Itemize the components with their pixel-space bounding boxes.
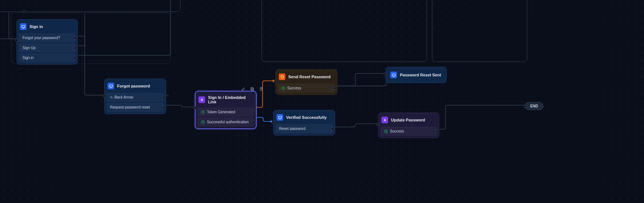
svg-rect-6 <box>251 88 254 90</box>
node-send-reset-password[interactable]: Send Reset Password Success <box>275 69 337 95</box>
end-node[interactable]: END <box>525 102 543 110</box>
bolt-icon <box>198 96 205 103</box>
svg-rect-8 <box>392 74 395 76</box>
frame-2 <box>261 0 427 62</box>
port-in[interactable] <box>272 121 275 124</box>
node-header: Sign in <box>19 22 75 32</box>
port-in[interactable] <box>15 39 18 42</box>
end-label: END <box>530 104 538 108</box>
port-out[interactable] <box>74 56 77 59</box>
node-title: Forgot password <box>117 84 150 88</box>
row-label: Request password reset <box>110 105 150 109</box>
row-successful-auth[interactable]: Successful authentication <box>198 118 254 126</box>
row-label: Sign Up <box>22 46 36 50</box>
edit-icon[interactable] <box>241 86 246 92</box>
node-title: Update Password <box>391 118 425 122</box>
screen-icon <box>20 23 27 30</box>
row-sign-up[interactable]: Sign Up <box>19 44 75 52</box>
row-forgot-password[interactable]: Forgot your password? <box>19 34 75 42</box>
screen-icon <box>277 114 283 121</box>
port-in[interactable] <box>377 123 380 125</box>
check-icon <box>201 120 205 124</box>
node-forgot-password[interactable]: Forgot password <- Back Arrow Request pa… <box>104 79 166 114</box>
node-title: Send Reset Password <box>288 75 331 79</box>
check-icon <box>281 86 285 90</box>
trash-icon[interactable] <box>258 86 264 92</box>
node-password-reset-sent[interactable]: Password Reset Sent <box>386 67 447 83</box>
row-label: Token Generated <box>207 110 235 114</box>
row-label: Success <box>287 86 301 90</box>
node-sign-in-embedded-link[interactable]: Sign In / Embedded Link Token Generated … <box>195 91 256 129</box>
cycle-icon <box>279 73 285 80</box>
check-icon <box>384 130 388 133</box>
port-out[interactable] <box>252 111 255 114</box>
bolt-icon <box>381 117 388 123</box>
svg-rect-4 <box>109 85 112 87</box>
row-success[interactable]: Success <box>381 127 437 135</box>
node-header: Sign In / Embedded Link <box>198 94 254 106</box>
row-sign-in[interactable]: Sign in <box>19 54 75 62</box>
port-out[interactable] <box>74 47 77 49</box>
row-label: Sign in <box>22 56 34 60</box>
node-title: Sign In / Embedded Link <box>208 95 251 104</box>
node-header: Forgot password <box>107 81 163 92</box>
node-header: Update Password <box>381 115 437 125</box>
node-header: Password Reset Sent <box>388 69 444 80</box>
port-in[interactable] <box>384 72 387 75</box>
node-header: Verified Successfully <box>276 113 332 123</box>
row-label: Forgot your password? <box>22 36 60 40</box>
svg-rect-2 <box>22 25 25 28</box>
node-title: Verified Successfully <box>286 115 327 120</box>
check-icon <box>201 110 205 114</box>
origin-port <box>23 10 26 13</box>
frame-1 <box>0 0 180 12</box>
row-request-reset[interactable]: Request password reset <box>107 103 163 111</box>
svg-rect-7 <box>251 87 253 90</box>
row-token-generated[interactable]: Token Generated <box>198 108 254 116</box>
row-label: Success <box>390 129 404 133</box>
port-out[interactable] <box>74 37 77 39</box>
port-out[interactable] <box>162 106 165 109</box>
frame-3 <box>432 0 527 62</box>
row-success[interactable]: Success <box>278 84 335 92</box>
port-in[interactable] <box>194 106 197 109</box>
screen-icon <box>390 72 397 78</box>
node-verified-successfully[interactable]: Verified Successfully Reset password <box>273 110 335 135</box>
node-title: Sign in <box>29 24 43 29</box>
port-out[interactable] <box>252 121 255 124</box>
node-update-password[interactable]: Update Password Success <box>378 113 439 138</box>
port-out[interactable] <box>333 87 336 90</box>
port-in[interactable] <box>103 94 106 97</box>
port-out[interactable] <box>435 130 438 133</box>
row-label: <- Back Arrow <box>110 95 133 99</box>
port-out[interactable] <box>162 96 165 99</box>
svg-rect-10 <box>278 116 281 118</box>
port-in[interactable] <box>523 105 526 108</box>
flow-canvas[interactable]: Sign in Forgot your password? Sign Up Si… <box>0 0 644 203</box>
row-back-arrow[interactable]: <- Back Arrow <box>107 93 163 102</box>
node-sign-in[interactable]: Sign in Forgot your password? Sign Up Si… <box>17 19 78 65</box>
node-toolbar <box>239 85 266 93</box>
copy-icon[interactable] <box>250 86 255 92</box>
port-in[interactable] <box>274 80 277 83</box>
row-reset-password[interactable]: Reset password <box>276 124 332 133</box>
row-label: Successful authentication <box>207 120 249 124</box>
row-label: Reset password <box>279 127 306 131</box>
screen-icon <box>108 83 114 89</box>
node-title: Password Reset Sent <box>400 73 441 77</box>
node-header: Send Reset Password <box>278 72 335 82</box>
port-out[interactable] <box>331 127 334 130</box>
